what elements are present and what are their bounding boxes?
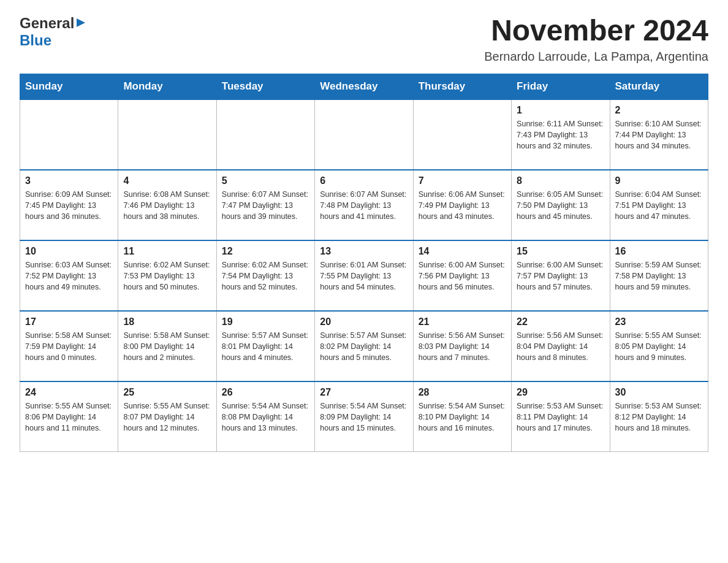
day-number: 25 <box>123 387 211 398</box>
day-info: Sunrise: 6:03 AM Sunset: 7:52 PM Dayligh… <box>25 259 113 293</box>
calendar-day-cell: 12Sunrise: 6:02 AM Sunset: 7:54 PM Dayli… <box>216 240 314 311</box>
day-info: Sunrise: 6:02 AM Sunset: 7:54 PM Dayligh… <box>222 259 309 293</box>
weekday-header-monday: Monday <box>118 74 216 99</box>
day-number: 10 <box>25 246 113 257</box>
day-number: 16 <box>615 246 703 257</box>
day-number: 15 <box>517 246 604 257</box>
calendar-week-row: 24Sunrise: 5:55 AM Sunset: 8:06 PM Dayli… <box>20 381 708 452</box>
calendar-empty-cell <box>20 99 118 170</box>
day-info: Sunrise: 6:08 AM Sunset: 7:46 PM Dayligh… <box>123 189 211 222</box>
logo-general-text: General <box>20 15 74 32</box>
day-info: Sunrise: 5:54 AM Sunset: 8:09 PM Dayligh… <box>320 400 408 434</box>
calendar-day-cell: 4Sunrise: 6:08 AM Sunset: 7:46 PM Daylig… <box>118 170 216 240</box>
logo: General Blue <box>20 15 86 49</box>
calendar-day-cell: 15Sunrise: 6:00 AM Sunset: 7:57 PM Dayli… <box>512 240 610 311</box>
weekday-header-tuesday: Tuesday <box>216 74 314 99</box>
calendar-day-cell: 2Sunrise: 6:10 AM Sunset: 7:44 PM Daylig… <box>610 99 708 170</box>
calendar-empty-cell <box>413 99 511 170</box>
calendar-day-cell: 1Sunrise: 6:11 AM Sunset: 7:43 PM Daylig… <box>512 99 610 170</box>
calendar-day-cell: 11Sunrise: 6:02 AM Sunset: 7:53 PM Dayli… <box>118 240 216 311</box>
calendar-week-row: 1Sunrise: 6:11 AM Sunset: 7:43 PM Daylig… <box>20 99 708 170</box>
weekday-header-sunday: Sunday <box>20 74 118 99</box>
day-info: Sunrise: 5:54 AM Sunset: 8:08 PM Dayligh… <box>222 400 309 434</box>
calendar-day-cell: 28Sunrise: 5:54 AM Sunset: 8:10 PM Dayli… <box>413 381 511 452</box>
calendar-day-cell: 18Sunrise: 5:58 AM Sunset: 8:00 PM Dayli… <box>118 311 216 381</box>
weekday-header-thursday: Thursday <box>413 74 511 99</box>
page-header: General Blue November 2024 Bernardo Larr… <box>20 15 708 64</box>
day-number: 8 <box>517 175 604 186</box>
day-number: 11 <box>123 246 211 257</box>
day-info: Sunrise: 6:02 AM Sunset: 7:53 PM Dayligh… <box>123 259 211 293</box>
weekday-header-wednesday: Wednesday <box>315 74 413 99</box>
day-number: 1 <box>517 105 604 116</box>
calendar-table: SundayMondayTuesdayWednesdayThursdayFrid… <box>20 74 708 453</box>
calendar-day-cell: 30Sunrise: 5:53 AM Sunset: 8:12 PM Dayli… <box>610 381 708 452</box>
day-info: Sunrise: 6:09 AM Sunset: 7:45 PM Dayligh… <box>25 189 113 222</box>
day-number: 20 <box>320 316 408 327</box>
calendar-day-cell: 21Sunrise: 5:56 AM Sunset: 8:03 PM Dayli… <box>413 311 511 381</box>
day-number: 19 <box>222 316 309 327</box>
logo-arrow-icon <box>75 17 86 31</box>
calendar-day-cell: 7Sunrise: 6:06 AM Sunset: 7:49 PM Daylig… <box>413 170 511 240</box>
day-number: 23 <box>615 316 703 327</box>
day-info: Sunrise: 5:54 AM Sunset: 8:10 PM Dayligh… <box>419 400 506 434</box>
day-number: 12 <box>222 246 309 257</box>
day-info: Sunrise: 6:00 AM Sunset: 7:57 PM Dayligh… <box>517 259 604 293</box>
day-info: Sunrise: 6:10 AM Sunset: 7:44 PM Dayligh… <box>615 118 703 151</box>
day-info: Sunrise: 5:53 AM Sunset: 8:12 PM Dayligh… <box>615 400 703 434</box>
weekday-header-friday: Friday <box>512 74 610 99</box>
day-number: 22 <box>517 316 604 327</box>
day-number: 26 <box>222 387 309 398</box>
svg-marker-0 <box>77 18 85 27</box>
day-info: Sunrise: 5:56 AM Sunset: 8:03 PM Dayligh… <box>419 330 506 363</box>
day-info: Sunrise: 5:57 AM Sunset: 8:01 PM Dayligh… <box>222 330 309 363</box>
day-info: Sunrise: 6:07 AM Sunset: 7:47 PM Dayligh… <box>222 189 309 222</box>
day-info: Sunrise: 5:55 AM Sunset: 8:05 PM Dayligh… <box>615 330 703 363</box>
day-number: 28 <box>419 387 506 398</box>
day-info: Sunrise: 6:07 AM Sunset: 7:48 PM Dayligh… <box>320 189 408 222</box>
calendar-day-cell: 23Sunrise: 5:55 AM Sunset: 8:05 PM Dayli… <box>610 311 708 381</box>
calendar-day-cell: 29Sunrise: 5:53 AM Sunset: 8:11 PM Dayli… <box>512 381 610 452</box>
day-number: 17 <box>25 316 113 327</box>
month-year-title: November 2024 <box>484 15 708 47</box>
calendar-day-cell: 9Sunrise: 6:04 AM Sunset: 7:51 PM Daylig… <box>610 170 708 240</box>
calendar-header-row: SundayMondayTuesdayWednesdayThursdayFrid… <box>20 74 708 99</box>
calendar-day-cell: 27Sunrise: 5:54 AM Sunset: 8:09 PM Dayli… <box>315 381 413 452</box>
calendar-day-cell: 26Sunrise: 5:54 AM Sunset: 8:08 PM Dayli… <box>216 381 314 452</box>
day-info: Sunrise: 6:00 AM Sunset: 7:56 PM Dayligh… <box>419 259 506 293</box>
logo-blue-text: Blue <box>20 32 51 48</box>
day-info: Sunrise: 6:11 AM Sunset: 7:43 PM Dayligh… <box>517 118 604 151</box>
day-number: 21 <box>419 316 506 327</box>
calendar-day-cell: 24Sunrise: 5:55 AM Sunset: 8:06 PM Dayli… <box>20 381 118 452</box>
day-number: 3 <box>25 175 113 186</box>
day-info: Sunrise: 5:56 AM Sunset: 8:04 PM Dayligh… <box>517 330 604 363</box>
day-number: 30 <box>615 387 703 398</box>
calendar-day-cell: 20Sunrise: 5:57 AM Sunset: 8:02 PM Dayli… <box>315 311 413 381</box>
day-info: Sunrise: 5:58 AM Sunset: 8:00 PM Dayligh… <box>123 330 211 363</box>
calendar-week-row: 3Sunrise: 6:09 AM Sunset: 7:45 PM Daylig… <box>20 170 708 240</box>
day-number: 9 <box>615 175 703 186</box>
calendar-day-cell: 22Sunrise: 5:56 AM Sunset: 8:04 PM Dayli… <box>512 311 610 381</box>
day-number: 27 <box>320 387 408 398</box>
calendar-empty-cell <box>315 99 413 170</box>
day-number: 4 <box>123 175 211 186</box>
calendar-week-row: 10Sunrise: 6:03 AM Sunset: 7:52 PM Dayli… <box>20 240 708 311</box>
calendar-day-cell: 6Sunrise: 6:07 AM Sunset: 7:48 PM Daylig… <box>315 170 413 240</box>
day-number: 24 <box>25 387 113 398</box>
calendar-day-cell: 13Sunrise: 6:01 AM Sunset: 7:55 PM Dayli… <box>315 240 413 311</box>
calendar-day-cell: 8Sunrise: 6:05 AM Sunset: 7:50 PM Daylig… <box>512 170 610 240</box>
calendar-day-cell: 25Sunrise: 5:55 AM Sunset: 8:07 PM Dayli… <box>118 381 216 452</box>
day-info: Sunrise: 5:57 AM Sunset: 8:02 PM Dayligh… <box>320 330 408 363</box>
calendar-day-cell: 3Sunrise: 6:09 AM Sunset: 7:45 PM Daylig… <box>20 170 118 240</box>
calendar-day-cell: 5Sunrise: 6:07 AM Sunset: 7:47 PM Daylig… <box>216 170 314 240</box>
calendar-title-block: November 2024 Bernardo Larroude, La Pamp… <box>484 15 708 64</box>
calendar-empty-cell <box>216 99 314 170</box>
calendar-day-cell: 16Sunrise: 5:59 AM Sunset: 7:58 PM Dayli… <box>610 240 708 311</box>
day-info: Sunrise: 5:55 AM Sunset: 8:07 PM Dayligh… <box>123 400 211 434</box>
day-info: Sunrise: 5:53 AM Sunset: 8:11 PM Dayligh… <box>517 400 604 434</box>
day-number: 18 <box>123 316 211 327</box>
calendar-week-row: 17Sunrise: 5:58 AM Sunset: 7:59 PM Dayli… <box>20 311 708 381</box>
day-number: 29 <box>517 387 604 398</box>
calendar-empty-cell <box>118 99 216 170</box>
day-info: Sunrise: 5:59 AM Sunset: 7:58 PM Dayligh… <box>615 259 703 293</box>
